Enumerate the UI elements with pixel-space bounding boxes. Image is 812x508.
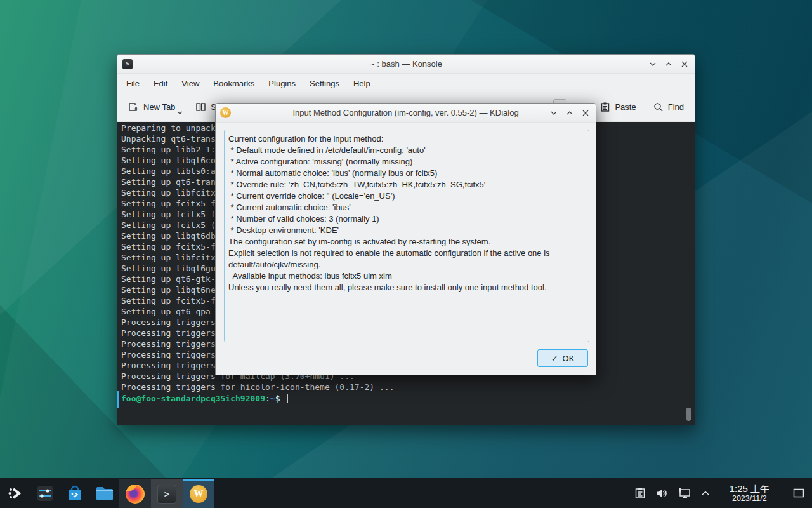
search-icon	[653, 102, 664, 112]
menu-plugins[interactable]: Plugins	[261, 76, 303, 91]
digital-clock[interactable]: 1:25 上午 2023/11/2	[730, 483, 769, 504]
dialog-text-line: * Override rule: 'zh_CN,fcitx5:zh_TW,fci…	[228, 180, 585, 191]
dialog-text-line: Explicit selection is not required to en…	[228, 248, 585, 260]
find-label: Find	[668, 102, 684, 112]
prompt-user-host: foo@foo-standardpcq35ich92009	[121, 394, 265, 403]
new-tab-icon	[128, 102, 139, 112]
discover-bag-icon	[66, 485, 84, 502]
taskbar-konsole-task[interactable]: >	[151, 479, 183, 508]
dialog-text-line: * Normal automatic choice: 'ibus' (norma…	[228, 168, 585, 180]
menu-help[interactable]: Help	[346, 76, 377, 91]
split-view-icon	[195, 102, 206, 112]
terminal-line: Processing triggers for hicolor-icon-the…	[121, 382, 695, 393]
menu-bookmarks[interactable]: Bookmarks	[206, 76, 261, 91]
prompt-separator: :	[265, 394, 270, 403]
terminal-scrollbar-thumb[interactable]	[686, 408, 691, 421]
new-tab-label: New Tab	[143, 102, 175, 112]
check-icon: ✓	[551, 354, 558, 363]
firefox-icon	[126, 485, 145, 504]
dialog-text-line: * Current automatic choice: 'ibus'	[228, 203, 585, 214]
clipboard-tray-icon[interactable]	[634, 487, 646, 499]
close-icon[interactable]	[582, 109, 589, 117]
paste-button[interactable]: Paste	[600, 102, 636, 112]
find-button[interactable]: Find	[653, 102, 684, 112]
taskbar-panel: > W 1:25 上午 2023/11/2	[0, 478, 812, 508]
dialog-text-line: * Current override choice: '' (Locale='e…	[228, 191, 585, 203]
dialog-text-line: * Default mode defined in /etc/default/i…	[228, 145, 585, 157]
tray-expand-chevron-icon[interactable]	[701, 490, 710, 497]
dialog-text-line: Unless you really need them all, please …	[228, 283, 585, 294]
paste-label: Paste	[615, 102, 636, 112]
menu-edit[interactable]: Edit	[147, 76, 174, 91]
terminal-prompt: foo@foo-standardpcq35ich92009:~$	[121, 393, 695, 404]
kdialog-window: W Input Method Configuration (im-config,…	[215, 103, 596, 375]
dialog-text-line: default/auto/cjkv/missing.	[228, 260, 585, 271]
dialog-text-line: * Number of valid choices: 3 (normally 1…	[228, 214, 585, 225]
folder-icon	[95, 485, 114, 502]
konsole-menubar: File Edit View Bookmarks Plugins Setting…	[117, 74, 695, 93]
dialog-text-line: Current configuration for the input meth…	[228, 134, 585, 145]
volume-tray-icon[interactable]	[655, 488, 668, 499]
maximize-icon[interactable]	[566, 109, 573, 117]
close-icon[interactable]	[681, 60, 688, 68]
kde-launcher-icon	[7, 485, 23, 502]
taskbar-firefox-task[interactable]	[119, 479, 151, 508]
chevron-down-icon[interactable]	[177, 110, 183, 115]
dialog-text-line: The configuration set by im-config is ac…	[228, 237, 585, 248]
im-config-icon: W	[190, 485, 207, 503]
menu-view[interactable]: View	[174, 76, 206, 91]
im-config-message-box[interactable]: Current configuration for the input meth…	[224, 130, 589, 342]
prompt-marker	[117, 391, 119, 408]
menu-file[interactable]: File	[119, 76, 147, 91]
paste-icon	[600, 102, 610, 112]
system-settings-launcher[interactable]	[30, 478, 60, 508]
minimize-icon[interactable]	[649, 60, 657, 68]
maximize-icon[interactable]	[665, 60, 672, 68]
dialog-text-line: * Active configuration: 'missing' (norma…	[228, 157, 585, 168]
new-tab-button[interactable]: New Tab	[128, 102, 175, 112]
dialog-text-line: Available input methods: ibus fcitx5 uim…	[228, 271, 585, 283]
konsole-titlebar[interactable]: > ~ : bash — Konsole	[117, 55, 695, 74]
konsole-window-title: ~ : bash — Konsole	[117, 59, 695, 69]
clock-time: 1:25 上午	[730, 483, 769, 494]
konsole-icon: >	[157, 485, 176, 504]
clock-date: 2023/11/2	[730, 494, 769, 503]
dialog-text-line: * Desktop environment: 'KDE'	[228, 225, 585, 237]
desktop-screen: > ~ : bash — Konsole File Edit View Book…	[0, 0, 812, 508]
terminal-cursor	[287, 394, 292, 403]
kdialog-titlebar[interactable]: W Input Method Configuration (im-config,…	[216, 104, 596, 123]
kdialog-window-title: Input Method Configuration (im-config, v…	[216, 108, 596, 117]
show-desktop-button[interactable]	[793, 488, 804, 498]
settings-sliders-icon	[36, 485, 54, 502]
ok-button-label: OK	[563, 354, 575, 363]
ok-button[interactable]: ✓ OK	[537, 349, 588, 367]
discover-launcher[interactable]	[60, 478, 89, 508]
dolphin-launcher[interactable]	[89, 478, 119, 508]
menu-settings[interactable]: Settings	[303, 76, 346, 91]
taskbar-kdialog-task[interactable]: W	[183, 479, 214, 508]
prompt-dollar: $	[275, 394, 285, 403]
minimize-icon[interactable]	[550, 109, 558, 117]
prompt-path: ~	[270, 394, 275, 403]
app-launcher-button[interactable]	[0, 478, 30, 508]
network-tray-icon[interactable]	[678, 487, 691, 499]
